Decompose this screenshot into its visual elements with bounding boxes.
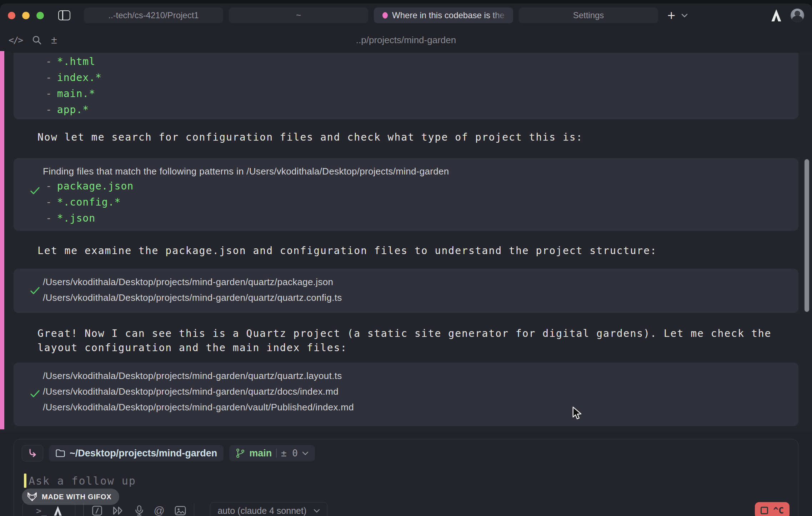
agent-mode-icon[interactable] xyxy=(54,506,62,516)
list-dash: - xyxy=(46,180,52,192)
list-dash: - xyxy=(46,196,52,208)
traffic-lights xyxy=(8,12,44,19)
file-pattern: *.json xyxy=(57,212,95,224)
composer-panel: ~/Desktop/projects/mind-garden main ± 0 … xyxy=(14,439,798,516)
working-directory-path: ~/Desktop/projects/mind-garden xyxy=(70,448,217,459)
assistant-message: Now let me search for configuration file… xyxy=(37,131,583,143)
fox-icon xyxy=(27,492,37,502)
tool-output-block-read-layout: /Users/vkodithala/Desktop/projects/mind-… xyxy=(14,363,798,426)
chevron-down-icon xyxy=(302,451,309,455)
new-tab-button[interactable]: + xyxy=(667,9,675,22)
chip-divider xyxy=(276,449,277,458)
scrollbar-thumb[interactable] xyxy=(805,159,809,312)
tab-bar: ..-tech/cs-4210/Project1 ~ Where in this… xyxy=(0,4,812,27)
model-selector-value: auto (claude 4 sonnet) xyxy=(217,506,306,516)
assistant-message: Great! Now I can see this is a Quartz pr… xyxy=(37,328,771,339)
success-check-icon xyxy=(30,287,40,295)
file-path: /Users/vkodithala/Desktop/projects/mind-… xyxy=(43,386,339,397)
list-dash: - xyxy=(46,88,52,100)
working-directory-chip[interactable]: ~/Desktop/projects/mind-garden xyxy=(49,445,224,461)
assistant-message: layout configuration and the main index … xyxy=(37,342,347,354)
list-dash: - xyxy=(46,56,52,67)
list-dash: - xyxy=(46,104,52,116)
mention-icon[interactable]: @ xyxy=(154,505,165,516)
file-path: /Users/vkodithala/Desktop/projects/mind-… xyxy=(43,402,354,413)
git-branch-icon xyxy=(236,448,245,458)
mouse-cursor xyxy=(572,406,584,420)
message-input[interactable]: Ask a follow up xyxy=(24,474,136,488)
interrupt-shortcut-label: ^C xyxy=(773,505,784,516)
file-pattern: *.config.* xyxy=(57,196,121,208)
conversation-scroll-area[interactable]: -*.html -index.* -main.* -app.* Now let … xyxy=(0,53,812,432)
app-logo-icon xyxy=(771,9,781,21)
file-pattern: package.json xyxy=(57,180,134,192)
tab-label: ..-tech/cs-4210/Project1 xyxy=(108,10,199,20)
tab-label: Settings xyxy=(573,10,604,20)
git-branch-name: main xyxy=(249,448,272,459)
slash-command-icon[interactable] xyxy=(92,505,102,516)
file-pattern: *.html xyxy=(57,56,95,67)
tool-output-block-read-files: /Users/vkodithala/Desktop/projects/mind-… xyxy=(14,269,798,313)
terminal-prompt-icon[interactable]: >_ xyxy=(36,506,47,516)
tab-settings[interactable]: Settings xyxy=(519,7,658,23)
success-check-icon xyxy=(30,187,40,195)
input-placeholder: Ask a follow up xyxy=(29,475,136,487)
reply-arrow-icon xyxy=(27,448,38,458)
git-diff-count: ± 0 xyxy=(281,448,298,459)
tab-codebase-question[interactable]: Where in this codebase is the xyxy=(374,7,513,23)
folder-icon xyxy=(55,449,65,457)
maximize-window-button[interactable] xyxy=(36,12,44,19)
interrupt-button[interactable]: ^C xyxy=(755,502,790,516)
user-avatar[interactable] xyxy=(791,9,804,22)
tab-list-chevron-icon[interactable] xyxy=(681,13,688,18)
text-caret xyxy=(24,474,26,488)
agent-activity-dot xyxy=(382,12,388,19)
pane-accent-stripe xyxy=(0,51,4,429)
stop-icon xyxy=(761,507,768,514)
tool-output-block-find-files: Finding files that match the following p… xyxy=(14,158,798,231)
minimize-window-button[interactable] xyxy=(22,12,30,19)
fast-forward-icon[interactable] xyxy=(112,506,125,516)
file-path: /Users/vkodithala/Desktop/projects/mind-… xyxy=(43,277,333,288)
file-pattern: index.* xyxy=(57,72,102,84)
sidebar-toggle-icon[interactable] xyxy=(58,10,70,20)
follow-up-mode-button[interactable] xyxy=(22,445,43,461)
file-path: /Users/vkodithala/Desktop/projects/mind-… xyxy=(43,292,342,303)
toolbar-divider xyxy=(194,503,195,516)
attach-image-icon[interactable] xyxy=(175,506,186,516)
tab-label: Where in this codebase is the xyxy=(392,10,505,20)
gifox-watermark: MADE WITH GIFOX xyxy=(22,489,119,505)
model-selector-dropdown[interactable]: auto (claude 4 sonnet) xyxy=(210,502,327,516)
git-branch-chip[interactable]: main ± 0 xyxy=(229,445,315,461)
pane-toolbar: ..p/projects/mind-garden </> ± xyxy=(0,27,812,53)
composer-toolbar: >_ @ xyxy=(14,502,798,516)
microphone-icon[interactable] xyxy=(135,505,144,516)
tool-output-block-patterns-a: -*.html -index.* -main.* -app.* xyxy=(14,53,798,119)
tab-label: ~ xyxy=(296,10,301,20)
tab-home[interactable]: ~ xyxy=(229,7,368,23)
pane-path-title: ..p/projects/mind-garden xyxy=(0,35,812,46)
file-path: /Users/vkodithala/Desktop/projects/mind-… xyxy=(43,370,342,381)
list-dash: - xyxy=(46,212,52,224)
file-pattern: main.* xyxy=(57,88,95,100)
toolbar-divider xyxy=(83,503,84,516)
success-check-icon xyxy=(30,390,40,398)
gifox-label: MADE WITH GIFOX xyxy=(42,493,111,501)
close-window-button[interactable] xyxy=(8,12,15,19)
tabs: ..-tech/cs-4210/Project1 ~ Where in this… xyxy=(84,7,658,23)
chevron-down-icon xyxy=(314,509,320,513)
app-window: ..-tech/cs-4210/Project1 ~ Where in this… xyxy=(0,4,812,516)
list-dash: - xyxy=(46,72,52,84)
file-pattern: app.* xyxy=(57,104,89,116)
assistant-message: Let me examine the package.json and conf… xyxy=(37,245,657,257)
tab-project1[interactable]: ..-tech/cs-4210/Project1 xyxy=(84,7,223,23)
tool-description: Finding files that match the following p… xyxy=(43,166,449,177)
